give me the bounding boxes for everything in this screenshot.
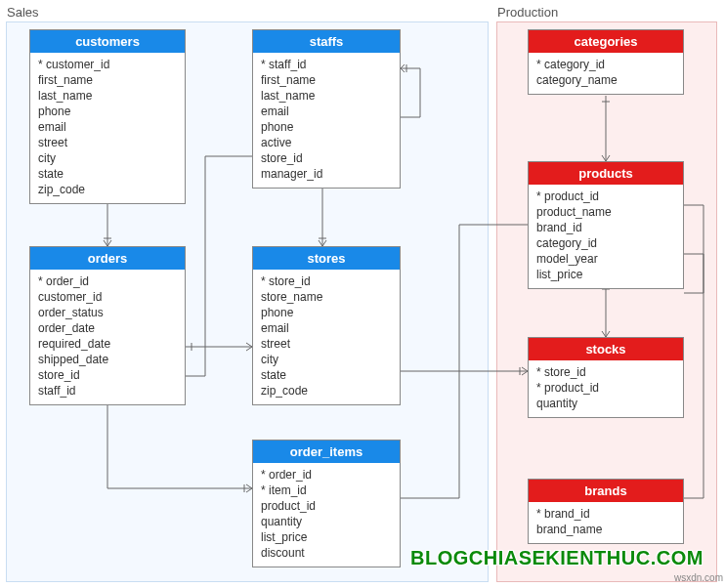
field: category_id — [536, 235, 675, 251]
field: * item_id — [261, 483, 392, 498]
field: street — [261, 336, 392, 352]
entity-orders-header: orders — [30, 247, 185, 270]
field: * product_id — [536, 189, 675, 204]
field: * brand_id — [536, 506, 675, 522]
field: customer_id — [38, 289, 177, 305]
field: phone — [38, 104, 177, 119]
field: * customer_id — [38, 57, 177, 72]
field: state — [261, 367, 392, 383]
field: first_name — [38, 72, 177, 88]
entity-customers-header: customers — [30, 30, 185, 53]
field: city — [38, 150, 177, 166]
entity-stocks-body: * store_id * product_id quantity — [529, 360, 683, 417]
field: quantity — [261, 514, 392, 529]
field: email — [261, 104, 392, 119]
field: brand_name — [536, 522, 675, 537]
entity-stocks: stocks * store_id * product_id quantity — [528, 337, 684, 418]
entity-products-body: * product_id product_name brand_id categ… — [529, 185, 683, 288]
field: list_price — [261, 529, 392, 545]
field: street — [38, 135, 177, 150]
entity-staffs-body: * staff_id first_name last_name email ph… — [253, 53, 400, 188]
field: staff_id — [38, 383, 177, 399]
entity-brands-header: brands — [529, 480, 683, 502]
entity-order-items-header: order_items — [253, 441, 400, 463]
entity-brands-body: * brand_id brand_name — [529, 502, 683, 543]
field: zip_code — [38, 182, 177, 197]
entity-customers: customers * customer_id first_name last_… — [29, 29, 186, 204]
field: required_date — [38, 336, 177, 352]
schema-sales-label: Sales — [7, 5, 39, 20]
entity-staffs-header: staffs — [253, 30, 400, 53]
field: * staff_id — [261, 57, 392, 72]
field: * order_id — [38, 273, 177, 289]
field: store_id — [261, 150, 392, 166]
entity-orders: orders * order_id customer_id order_stat… — [29, 246, 186, 405]
entity-stores: stores * store_id store_name phone email… — [252, 246, 401, 405]
field: store_id — [38, 367, 177, 383]
field: product_id — [261, 498, 392, 514]
field: * store_id — [536, 364, 675, 380]
watermark-small: wsxdn.com — [674, 572, 723, 583]
field: order_date — [38, 320, 177, 336]
entity-products: products * product_id product_name brand… — [528, 161, 684, 289]
field: last_name — [38, 88, 177, 104]
field: order_status — [38, 305, 177, 320]
entity-order-items-body: * order_id * item_id product_id quantity… — [253, 463, 400, 567]
entity-categories-body: * category_id category_name — [529, 53, 683, 94]
field: store_name — [261, 289, 392, 305]
field: email — [38, 119, 177, 135]
entity-products-header: products — [529, 162, 683, 185]
field: shipped_date — [38, 352, 177, 367]
field: model_year — [536, 251, 675, 267]
entity-stocks-header: stocks — [529, 338, 683, 360]
field: discount — [261, 545, 392, 561]
field: email — [261, 320, 392, 336]
entity-stores-header: stores — [253, 247, 400, 270]
field: * store_id — [261, 273, 392, 289]
field: city — [261, 352, 392, 367]
field: last_name — [261, 88, 392, 104]
field: category_name — [536, 72, 675, 88]
watermark-main: BLOGCHIASEKIENTHUC.COM — [410, 547, 704, 569]
field: brand_id — [536, 220, 675, 235]
field: list_price — [536, 267, 675, 282]
field: active — [261, 135, 392, 150]
field: quantity — [536, 396, 675, 411]
entity-order-items: order_items * order_id * item_id product… — [252, 440, 401, 567]
field: * order_id — [261, 467, 392, 483]
field: first_name — [261, 72, 392, 88]
entity-brands: brands * brand_id brand_name — [528, 479, 684, 544]
field: product_name — [536, 204, 675, 220]
entity-staffs: staffs * staff_id first_name last_name e… — [252, 29, 401, 189]
schema-production-label: Production — [497, 5, 558, 20]
field: manager_id — [261, 166, 392, 182]
entity-categories: categories * category_id category_name — [528, 29, 684, 95]
field: zip_code — [261, 383, 392, 399]
field: * product_id — [536, 380, 675, 396]
entity-categories-header: categories — [529, 30, 683, 53]
field: * category_id — [536, 57, 675, 72]
entity-stores-body: * store_id store_name phone email street… — [253, 270, 400, 404]
entity-customers-body: * customer_id first_name last_name phone… — [30, 53, 185, 203]
field: phone — [261, 119, 392, 135]
field: state — [38, 166, 177, 182]
field: phone — [261, 305, 392, 320]
entity-orders-body: * order_id customer_id order_status orde… — [30, 270, 185, 404]
